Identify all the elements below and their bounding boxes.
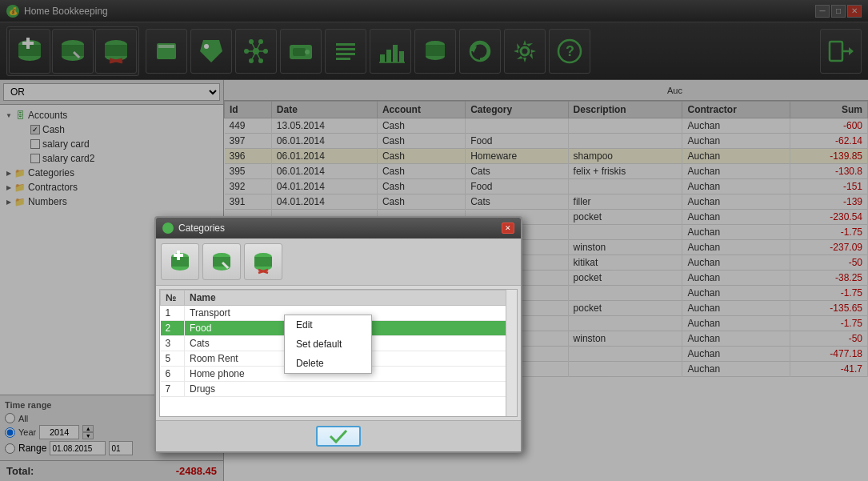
- modal-scrollbar[interactable]: [506, 290, 517, 416]
- modal-overlay: Categories ✕: [0, 0, 868, 481]
- modal-cell-num: 6: [161, 367, 185, 382]
- modal-close-button[interactable]: ✕: [502, 222, 514, 234]
- modal-delete-button[interactable]: [244, 243, 282, 280]
- modal-add-button[interactable]: [161, 243, 199, 280]
- modal-title-icon: [162, 222, 174, 234]
- context-menu-delete[interactable]: Delete: [285, 354, 371, 373]
- modal-cell-num: 7: [161, 382, 185, 397]
- modal-toolbar: [156, 238, 521, 286]
- svg-rect-63: [174, 254, 183, 257]
- modal-footer: [156, 420, 521, 451]
- modal-col-name: Name: [185, 291, 517, 306]
- svg-rect-61: [171, 260, 189, 267]
- modal-title-bar: Categories ✕: [156, 218, 521, 238]
- modal-cell-num: 5: [161, 351, 185, 367]
- context-menu-edit[interactable]: Edit: [285, 315, 371, 335]
- modal-cell-num: 1: [161, 306, 185, 321]
- svg-rect-65: [213, 257, 230, 260]
- svg-rect-70: [254, 257, 272, 260]
- modal-ok-button[interactable]: [316, 426, 361, 447]
- modal-title-text: Categories: [178, 222, 502, 234]
- context-menu: Edit Set default Delete: [284, 315, 372, 374]
- modal-edit-button[interactable]: [202, 243, 241, 280]
- modal-col-num: №: [161, 291, 185, 306]
- modal-cell-num: 2: [161, 321, 185, 336]
- modal-cell-name: Drugs: [185, 382, 517, 397]
- svg-rect-72: [254, 260, 272, 267]
- context-menu-set-default[interactable]: Set default: [285, 335, 371, 354]
- modal-table-row[interactable]: 7 Drugs: [161, 382, 517, 397]
- modal-cell-num: 3: [161, 336, 185, 351]
